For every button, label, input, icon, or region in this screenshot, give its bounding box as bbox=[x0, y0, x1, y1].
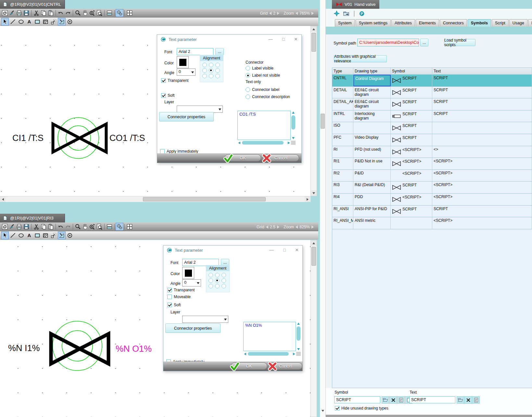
refresh-icon[interactable] bbox=[1, 223, 8, 230]
text-delete-button[interactable] bbox=[464, 396, 472, 404]
pages-icon[interactable] bbox=[106, 223, 113, 230]
table-row-ri-ansi-m[interactable]: RI_ANSI_M ANSI metric <SCRIPT> bbox=[332, 217, 532, 229]
align-center-radio[interactable] bbox=[209, 68, 213, 73]
measure-tool-icon[interactable] bbox=[58, 232, 65, 239]
save-icon[interactable] bbox=[23, 223, 30, 230]
connector-label-left[interactable]: %N I1% bbox=[8, 343, 40, 353]
settings-gears-icon[interactable] bbox=[116, 9, 123, 17]
column-header-symbol[interactable]: Symbol bbox=[391, 68, 432, 74]
hide-unused-option[interactable]: Hide unused drawing types bbox=[335, 406, 388, 411]
cell-symbol[interactable]: SCRIPT bbox=[391, 110, 432, 122]
tab-system[interactable]: System bbox=[335, 19, 355, 27]
align-middle-left-radio[interactable] bbox=[209, 278, 213, 283]
cell-drawing-type[interactable]: Control Diagram bbox=[353, 75, 391, 86]
grid-decrease-arrow[interactable] bbox=[269, 12, 272, 15]
connector-label-left[interactable]: CI1 /T:S bbox=[12, 133, 44, 143]
paintbrush-icon[interactable] bbox=[8, 9, 16, 17]
apply-immediately-checkbox[interactable] bbox=[160, 149, 165, 154]
cell-text[interactable]: <SCRIPT> bbox=[432, 217, 532, 229]
connector-list[interactable]: %N O1% bbox=[243, 322, 296, 351]
scroll-up-button[interactable] bbox=[311, 26, 317, 32]
transparent-option[interactable]: Transparent bbox=[167, 288, 195, 292]
align-middle-right-radio[interactable] bbox=[215, 68, 220, 73]
table-row-ri-ansi[interactable]: RI_ANSI ANSI-PIP for P&ID SCRIPT SCRIPT bbox=[332, 206, 532, 218]
center-point-tool-icon[interactable] bbox=[66, 232, 73, 239]
hatch-tool-icon[interactable] bbox=[42, 18, 49, 25]
fit-view-icon[interactable] bbox=[126, 9, 133, 17]
properties-p-icon[interactable] bbox=[359, 11, 365, 17]
connector-label-option[interactable]: Connector label bbox=[246, 87, 279, 92]
table-row-cntrl[interactable]: CNTRL Control Diagram SCRIPT SCRIPT bbox=[332, 75, 532, 87]
cell-text[interactable]: SCRIPT bbox=[432, 206, 532, 217]
soft-option[interactable]: Soft bbox=[161, 93, 174, 98]
tab-inheritance-sources[interactable]: Inheritance sources bbox=[528, 19, 532, 27]
cell-drawing-type[interactable]: Video Display bbox=[353, 134, 391, 146]
connector-properties-button[interactable]: Connector properties bbox=[159, 112, 214, 121]
cut-icon[interactable] bbox=[33, 9, 40, 17]
open-folder-icon[interactable] bbox=[343, 10, 349, 17]
cell-text[interactable]: SCRIPT bbox=[432, 98, 532, 110]
color-swatch[interactable] bbox=[177, 56, 189, 68]
align-middle-left-radio[interactable] bbox=[202, 68, 207, 73]
text-tool-icon[interactable] bbox=[26, 18, 33, 25]
cell-type[interactable]: RI1 bbox=[332, 158, 353, 170]
zoom-region-icon[interactable] bbox=[96, 9, 103, 17]
paintbrush-icon[interactable] bbox=[8, 223, 16, 230]
scroll-right-button[interactable] bbox=[305, 196, 310, 202]
label-visible-radio[interactable] bbox=[246, 66, 250, 70]
document-tab-cntrl[interactable]: @1RI|@V2|01|V01|CNTRL bbox=[0, 0, 65, 9]
vertical-scroll-thumb[interactable] bbox=[311, 33, 316, 52]
cell-symbol[interactable]: <SCRIPT> bbox=[391, 170, 432, 182]
measure-tool-icon[interactable] bbox=[58, 18, 65, 25]
maximize-button[interactable]: □ bbox=[281, 247, 288, 253]
vertical-scrollbar[interactable] bbox=[310, 240, 317, 417]
vertical-scrollbar[interactable] bbox=[310, 26, 317, 196]
layer-dropdown[interactable] bbox=[182, 316, 228, 323]
text-tool-icon[interactable] bbox=[26, 232, 33, 239]
label-not-visible-radio[interactable] bbox=[246, 73, 250, 78]
paste-icon[interactable] bbox=[47, 9, 54, 17]
save-icon[interactable] bbox=[23, 9, 30, 17]
cancel-button[interactable]: Cancel bbox=[263, 154, 299, 162]
tab-script[interactable]: Script bbox=[492, 19, 509, 27]
column-header-text[interactable]: Text bbox=[432, 68, 532, 74]
table-row-ri1[interactable]: RI1 P&ID Not in use <SCRIPT> <SCRIPT> bbox=[332, 158, 532, 170]
select-arrow-icon[interactable] bbox=[1, 232, 8, 239]
align-top-right-radio[interactable] bbox=[222, 273, 226, 277]
align-middle-right-radio[interactable] bbox=[222, 278, 226, 283]
cancel-button[interactable]: Cancel bbox=[269, 362, 302, 370]
list-scroll-down-icon[interactable] bbox=[292, 137, 295, 139]
table-row-pfc[interactable]: PFC Video Display SCRIPT bbox=[332, 134, 532, 146]
pages-icon[interactable] bbox=[106, 9, 113, 17]
cell-drawing-type[interactable]: EE/I&C circuit diagram bbox=[353, 87, 391, 98]
list-scroll-down-icon[interactable] bbox=[297, 348, 300, 350]
connector-list-item[interactable]: CO1 /T:S bbox=[239, 112, 256, 117]
redo-icon[interactable] bbox=[64, 9, 71, 17]
zoom-region-icon[interactable] bbox=[96, 223, 103, 230]
symbol-path-input[interactable]: C:\Users\jarsoderma\Desktop\ComosDb91\C bbox=[357, 39, 419, 46]
cell-drawing-type[interactable]: PFD (not used) bbox=[353, 146, 391, 158]
apply-immediately-option[interactable]: Apply immediately bbox=[160, 149, 198, 154]
cell-drawing-type[interactable]: P&ID bbox=[353, 170, 391, 182]
cell-symbol[interactable]: SCRIPT bbox=[391, 134, 432, 146]
ok-button[interactable]: OK bbox=[224, 154, 261, 162]
connector-label-right[interactable]: %N O1% bbox=[116, 344, 152, 354]
align-center-radio[interactable] bbox=[215, 278, 220, 283]
minimize-button[interactable]: — bbox=[267, 36, 274, 43]
horizontal-scroll-thumb[interactable] bbox=[143, 197, 266, 201]
zoom-in-icon[interactable] bbox=[89, 223, 96, 230]
cell-symbol[interactable]: SCRIPT bbox=[391, 87, 432, 98]
rectangle-tool-icon[interactable] bbox=[34, 232, 41, 239]
scale-tool-icon[interactable] bbox=[50, 18, 57, 25]
cell-type[interactable]: RI_ANSI bbox=[332, 206, 353, 217]
layer-dropdown[interactable] bbox=[177, 106, 223, 113]
soft-option[interactable]: Soft bbox=[167, 303, 181, 307]
cell-drawing-type[interactable]: ANSI metric bbox=[353, 217, 391, 229]
cell-text[interactable]: SCRIPT bbox=[432, 87, 532, 98]
connector-description-radio[interactable] bbox=[246, 95, 250, 99]
zoom-icon[interactable] bbox=[74, 9, 82, 17]
symbol-field-input[interactable]: SCRIPT bbox=[334, 396, 380, 403]
connector-list-item[interactable]: %N O1% bbox=[245, 323, 262, 328]
cell-type[interactable]: DETAIL_AK bbox=[332, 98, 353, 110]
copy-icon[interactable] bbox=[40, 223, 47, 230]
